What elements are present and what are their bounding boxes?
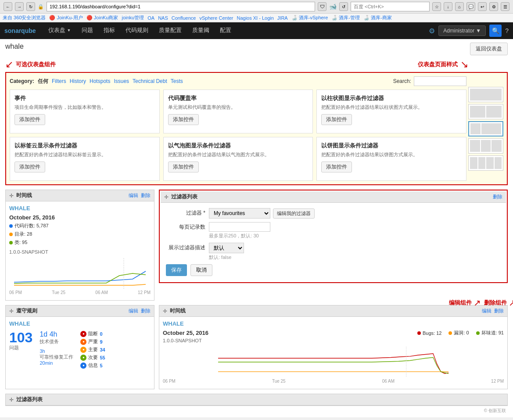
timeline-2-delete[interactable]: 删除 (494, 308, 504, 314)
category-any[interactable]: 任何 (38, 78, 48, 85)
refresh-button[interactable]: ↺ (339, 2, 348, 11)
forward-button[interactable]: → (15, 2, 24, 11)
bookmarks-bar: 来自 360安全浏览器 🔴 JoinKu-用户 🔴 JoinKu商家 joink… (0, 14, 513, 22)
bookmark-joinku-user[interactable]: 🔴 JoinKu-用户 (49, 14, 83, 21)
timeline-widget-1: ✛ 时间线 编辑 删除 WHALE October 25, 2016 代码行数:… (5, 190, 154, 301)
url-bar[interactable] (47, 2, 315, 11)
add-pie-button[interactable]: 添加控件 (321, 162, 352, 172)
drag-handle-2[interactable]: ✛ (163, 308, 167, 314)
timeline-2-version: 1.0.0-SNAPSHOT (163, 338, 208, 343)
bookmark-vsphere[interactable]: vSphere Center (199, 15, 233, 21)
category-hotspots[interactable]: Hotspots (90, 78, 110, 84)
sonarqube-logo[interactable]: sonarqube (4, 27, 36, 34)
legend-dot-1-0 (9, 224, 13, 228)
category-history[interactable]: History (70, 78, 86, 84)
add-bar-button[interactable]: 添加控件 (321, 114, 352, 125)
chart-labels-1: 06 PM Tue 25 06 AM 12 PM (9, 290, 151, 295)
drag-handle-1[interactable]: ✛ (9, 193, 14, 199)
annotation-edit-container: 编辑组件 ↗ (449, 298, 481, 308)
add-coverage-button[interactable]: 添加控件 (168, 114, 199, 125)
chart-time-1-1: Tue 25 (52, 290, 65, 295)
menu-button[interactable]: ☰ (501, 2, 509, 11)
admin-button[interactable]: Administrator ▼ (438, 25, 486, 36)
bookmark-winery-merchant[interactable]: 🍶 酒库-商家 (363, 14, 392, 21)
shield-icon[interactable]: 🛡 (318, 2, 326, 11)
critical-count[interactable]: 9 (100, 339, 102, 345)
category-tests[interactable]: Tests (171, 78, 183, 84)
widget-desc-bubble: 把配置好的条件过滤器结果以气泡图方式展示。 (168, 151, 309, 158)
drag-handle-filter[interactable]: ✛ (164, 194, 169, 200)
nav-issues[interactable]: 问题 (76, 22, 98, 39)
layout-option-2col[interactable] (468, 104, 503, 119)
timeline-1-delete[interactable]: 删除 (141, 192, 151, 199)
timeline-1-actions: 编辑 删除 (129, 192, 151, 199)
edit-filter-button[interactable]: 编辑我的过滤器 (273, 208, 315, 219)
add-bubble-button[interactable]: 添加控件 (168, 162, 199, 172)
chart-time-1-0: 06 PM (9, 290, 22, 295)
drag-handle-compliance[interactable]: ✛ (9, 308, 14, 314)
nav-config[interactable]: 配置 (215, 22, 237, 39)
bookmark-joinku-merchant[interactable]: 🔴 JoinKu商家 (86, 14, 118, 21)
panel-with-scroll: Category: 任何 Filters History Hotspots Is… (10, 76, 503, 181)
chart-time-1-2: 06 AM (95, 290, 108, 295)
drag-handle-bottom[interactable]: ✛ (9, 397, 14, 403)
category-filters[interactable]: Filters (52, 78, 66, 84)
return-dashboard-button[interactable]: 返回仪表盘 (470, 43, 508, 55)
bookmark-confluence[interactable]: Confluence (172, 15, 196, 21)
back-button[interactable]: ← (4, 2, 12, 11)
layout-option-3col[interactable] (468, 138, 503, 154)
bookmark-360[interactable]: 来自 360安全浏览器 (3, 14, 46, 21)
comment-button[interactable]: 💬 (466, 2, 475, 11)
bookmark-jira[interactable]: JIRA (277, 15, 288, 21)
undo-button[interactable]: ↩ (478, 2, 487, 11)
layout-option-2col-unequal[interactable] (468, 121, 503, 136)
timeline-1-version: 1.0.0-SNAPSHOT (9, 249, 151, 255)
search-bar[interactable] (351, 2, 430, 11)
download-button[interactable]: ↓ (444, 2, 452, 11)
nav-quality-gates[interactable]: 质量阈 (187, 22, 215, 39)
page-records-input[interactable] (209, 222, 270, 232)
filter-select[interactable]: My favourites (209, 208, 270, 219)
compliance-edit[interactable]: 编辑 (129, 308, 138, 314)
timeline-2-edit[interactable]: 编辑 (482, 308, 491, 314)
major-count[interactable]: 34 (100, 347, 105, 352)
minor-count[interactable]: 55 (100, 355, 105, 360)
bookmark-oa[interactable]: OA (147, 15, 154, 21)
bookmark-joinku-admin[interactable]: joinku管理 (122, 14, 144, 21)
widget-card-bar: 以柱状图显示条件过滤器 把配置好的条件过滤器结果以柱状图方式展示。 添加控件 (316, 90, 466, 133)
bookmark-winery-admin[interactable]: 🍶 酒库-管理 (331, 14, 360, 21)
cancel-button[interactable]: 取消 (190, 264, 212, 276)
save-button[interactable]: 保存 (166, 264, 187, 276)
nav-metrics[interactable]: 指标 (98, 22, 120, 39)
timeline-1-edit[interactable]: 编辑 (129, 192, 138, 199)
settings-button[interactable]: ⚙ (489, 2, 498, 11)
bookmark-nagios[interactable]: Nagios XI - Login (237, 15, 273, 21)
blocker-count[interactable]: 0 (100, 331, 102, 337)
category-issues[interactable]: Issues (114, 78, 129, 84)
add-tagcloud-button[interactable]: 添加控件 (14, 162, 45, 172)
global-search-button[interactable]: 🔍 (489, 25, 502, 37)
nav-quality-profiles[interactable]: 质量配置 (154, 22, 187, 39)
info-label: 信息 (88, 362, 98, 369)
widget-search-input[interactable] (414, 76, 466, 86)
nav-dashboard[interactable]: 仪表盘▼ (43, 22, 76, 39)
bookmark-nas[interactable]: NAS (158, 15, 168, 21)
add-events-button[interactable]: 添加控件 (14, 114, 45, 125)
bookmark-winery-vsphere[interactable]: 🍶 酒库-vSphere (291, 14, 328, 21)
tech-debt-value: 1d 4h (39, 330, 73, 338)
star-button[interactable]: ☆ (432, 2, 441, 11)
info-count[interactable]: 5 (100, 363, 102, 368)
filter-delete[interactable]: 删除 (493, 194, 502, 200)
browser-bar: ← → ↻ 🔒 🛡 🐋 ↺ ☆ ↓ ⌂ 💬 ↩ ⚙ ☰ (0, 0, 513, 14)
help-button[interactable]: ? (505, 27, 509, 34)
home-button[interactable]: ⌂ (455, 2, 464, 11)
layout-option-1col[interactable] (468, 87, 503, 102)
show-desc-select[interactable]: 默认 (209, 243, 244, 253)
widget-card-coverage: 代码覆盖率 单元测试和代码覆盖率的报告。 添加控件 (163, 90, 313, 133)
reload-button[interactable]: ↻ (26, 2, 35, 11)
category-techdebt[interactable]: Technical Debt (133, 78, 167, 84)
compliance-delete[interactable]: 删除 (141, 308, 151, 314)
nav-rules[interactable]: 代码规则 (120, 22, 154, 39)
layout-option-4col[interactable] (468, 155, 503, 171)
show-desc-label: 展示过滤器描述 (166, 243, 205, 251)
